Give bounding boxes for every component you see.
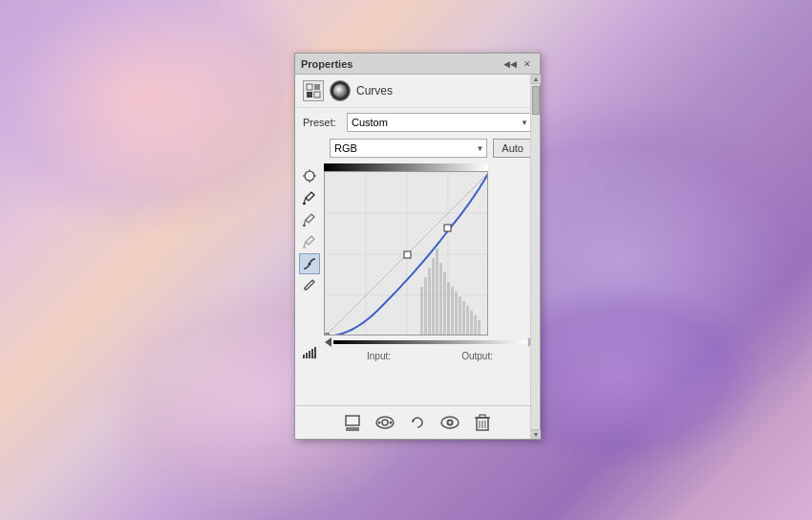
svg-rect-33 — [428, 268, 431, 336]
preset-label: Preset: — [303, 117, 341, 128]
svg-rect-3 — [314, 92, 320, 98]
io-labels: Input: Output: — [324, 349, 536, 363]
black-point-slider[interactable] — [325, 337, 331, 347]
panel-title: Properties — [301, 58, 353, 70]
main-content: ! — [295, 160, 540, 367]
svg-rect-43 — [466, 306, 469, 336]
svg-rect-38 — [447, 282, 450, 336]
svg-rect-47 — [325, 334, 329, 336]
preset-select[interactable]: Custom Default Strong Contrast Increase … — [347, 113, 532, 132]
svg-rect-31 — [420, 287, 423, 336]
svg-line-16 — [312, 280, 314, 282]
svg-point-4 — [305, 171, 314, 181]
svg-rect-63 — [480, 415, 485, 418]
channel-row: RGB Red Green Blue ▼ Auto — [322, 137, 540, 160]
curves-label: Curves — [356, 84, 393, 98]
channel-select[interactable]: RGB Red Green Blue — [330, 139, 487, 158]
properties-panel: Properties ◀◀ ✕ Curves Preset: Custom De… — [294, 53, 541, 440]
grid-svg — [325, 172, 488, 336]
top-gradient-bar — [324, 163, 488, 171]
svg-rect-1 — [314, 84, 320, 90]
svg-point-15 — [309, 263, 311, 266]
svg-rect-44 — [470, 311, 473, 336]
svg-rect-40 — [455, 292, 458, 336]
gradient-slider-bar — [333, 340, 526, 344]
svg-rect-48 — [444, 225, 451, 231]
svg-point-56 — [390, 422, 393, 424]
curve-canvas[interactable] — [324, 171, 488, 336]
clip-to-layer-button[interactable] — [342, 412, 363, 433]
scrollbar-up-button[interactable]: ▲ — [531, 75, 541, 84]
svg-rect-19 — [306, 353, 308, 358]
preset-select-wrapper: Custom Default Strong Contrast Increase … — [347, 113, 532, 132]
tool-sidebar: ! — [299, 163, 322, 363]
visibility-toggle-button[interactable] — [439, 412, 460, 433]
scrollbar-thumb[interactable] — [532, 86, 540, 115]
close-button[interactable]: ✕ — [521, 57, 534, 71]
reset-button[interactable] — [407, 412, 428, 433]
svg-rect-12 — [303, 225, 306, 227]
svg-point-60 — [449, 422, 452, 424]
curves-icon — [303, 80, 324, 101]
svg-rect-32 — [424, 277, 427, 336]
svg-rect-14 — [303, 247, 306, 249]
svg-rect-34 — [432, 258, 435, 336]
slider-row — [324, 336, 536, 349]
output-label: Output: — [461, 351, 493, 361]
panel-header: Curves — [295, 75, 540, 108]
view-previous-button[interactable] — [374, 412, 395, 433]
collapse-button[interactable]: ◀◀ — [503, 57, 517, 71]
curve-tool[interactable] — [299, 253, 320, 274]
scrollbar-down-button[interactable]: ▼ — [531, 429, 541, 439]
curve-area: Input: Output: — [324, 163, 536, 363]
svg-rect-39 — [451, 287, 454, 336]
svg-rect-45 — [474, 315, 477, 336]
eyedropper-black-tool[interactable] — [299, 187, 320, 208]
svg-rect-18 — [303, 355, 305, 358]
svg-rect-37 — [443, 272, 446, 336]
bottom-toolbar — [295, 405, 540, 439]
svg-rect-50 — [346, 416, 359, 425]
eyedropper-white-tool[interactable] — [299, 231, 320, 252]
bg-cloud-1 — [0, 0, 334, 239]
svg-rect-36 — [439, 263, 442, 336]
channel-select-wrapper: RGB Red Green Blue ▼ — [330, 139, 487, 158]
svg-rect-0 — [307, 84, 312, 90]
input-label: Input: — [367, 351, 391, 361]
svg-rect-42 — [462, 301, 465, 336]
svg-rect-35 — [436, 249, 438, 336]
eyedropper-gray-tool[interactable] — [299, 209, 320, 230]
svg-point-54 — [382, 420, 388, 425]
titlebar-controls: ◀◀ ✕ — [503, 57, 534, 71]
panel-scrollbar: ▲ ▼ — [530, 75, 540, 439]
svg-rect-41 — [459, 296, 461, 336]
auto-button[interactable]: Auto — [493, 139, 532, 158]
preset-row: Preset: Custom Default Strong Contrast I… — [295, 108, 540, 137]
svg-rect-2 — [307, 92, 312, 98]
svg-rect-20 — [309, 351, 310, 358]
panel-titlebar: Properties ◀◀ ✕ — [295, 54, 540, 75]
target-adjustment-tool[interactable] — [299, 165, 320, 186]
delete-button[interactable] — [472, 412, 493, 433]
svg-rect-49 — [404, 251, 411, 258]
layer-icon — [330, 80, 351, 101]
svg-rect-10 — [303, 203, 306, 205]
svg-point-55 — [378, 422, 381, 424]
spacer — [295, 367, 540, 405]
svg-rect-46 — [478, 320, 481, 336]
histogram-tool[interactable]: ! — [299, 342, 320, 363]
pencil-draw-tool[interactable] — [299, 275, 320, 296]
